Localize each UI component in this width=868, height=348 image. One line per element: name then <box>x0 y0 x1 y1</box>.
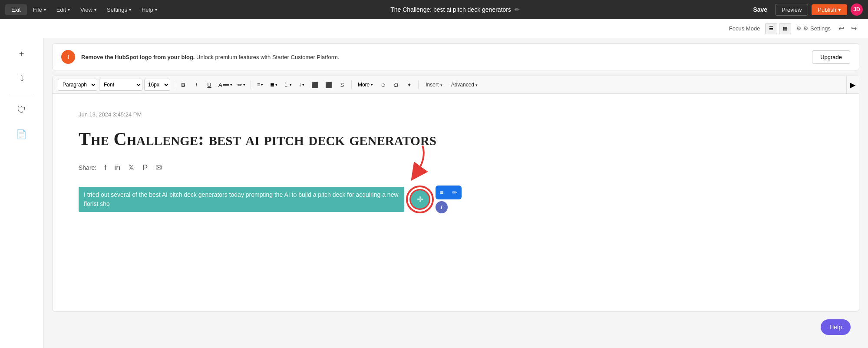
toggle-btn-2[interactable]: ▦ <box>779 23 791 34</box>
redo-button[interactable]: ↪ <box>848 23 859 33</box>
font-size-select[interactable]: 16px <box>144 79 170 91</box>
floating-info-button[interactable]: i <box>436 201 448 213</box>
secondary-bar: Focus Mode ☰ ▦ ⚙ ⚙ Settings ↩ ↪ <box>0 19 868 38</box>
preview-button[interactable]: Preview <box>775 4 808 16</box>
align-button[interactable]: ≡ ▾ <box>254 79 266 91</box>
align-right-button[interactable]: ⬛ <box>323 79 335 91</box>
info-icon: i <box>441 204 442 210</box>
align-left-button[interactable]: ⬛ <box>309 79 321 91</box>
highlight-button[interactable]: ✏ ▾ <box>236 79 247 91</box>
share-label: Share: <box>79 164 96 171</box>
toolbar-scroll-right[interactable]: ▶ <box>846 76 859 93</box>
numbered-list-caret: ▾ <box>290 83 292 87</box>
crosshair-icon: ✛ <box>417 195 423 204</box>
file-caret-icon: ▾ <box>44 7 46 12</box>
annotation-arrow-icon <box>396 141 431 185</box>
shield-button[interactable]: 🛡 <box>13 101 30 119</box>
toggle-btn-1[interactable]: ☰ <box>765 23 777 34</box>
floating-edit-icon-button[interactable]: ✏ <box>448 186 462 199</box>
banner-description: Unlock premium features with Starter Cus… <box>196 54 339 60</box>
strikethrough-button[interactable]: S <box>337 79 348 91</box>
view-caret-icon: ▾ <box>94 7 96 12</box>
save-button[interactable]: Save <box>749 4 772 15</box>
editor-content[interactable]: Jun 13, 2024 3:45:24 PM The Challenge: b… <box>53 94 859 311</box>
top-nav: Exit File ▾ Edit ▾ View ▾ Settings ▾ Hel… <box>0 0 868 19</box>
more-button[interactable]: More ▾ <box>355 79 376 91</box>
paragraph-select[interactable]: Paragraph <box>58 79 97 91</box>
floating-edit-group: ≡ ✏ <box>436 186 462 199</box>
numbered-list-button[interactable]: 1. ▾ <box>282 79 294 91</box>
list-caret: ▾ <box>275 83 277 87</box>
settings-button-secondary[interactable]: ⚙ ⚙ Settings <box>796 25 831 32</box>
undo-button[interactable]: ↩ <box>836 23 847 33</box>
facebook-share-icon[interactable]: f <box>104 163 106 172</box>
upgrade-banner: ! Remove the HubSpot logo from your blog… <box>52 43 859 70</box>
underline-button[interactable]: U <box>204 79 215 91</box>
special-char-button[interactable]: Ω <box>390 79 402 91</box>
file-menu[interactable]: File ▾ <box>29 4 50 16</box>
move-block-button[interactable]: ✛ <box>409 189 430 210</box>
sidebar-divider <box>9 94 34 94</box>
more-caret-icon: ▾ <box>371 83 373 87</box>
settings-caret-icon: ▾ <box>129 7 131 12</box>
undo-redo-group: ↩ ↪ <box>836 23 859 33</box>
analytics-button[interactable]: ⤵ <box>13 70 30 87</box>
format-toolbar: Paragraph Font 16px B I U A ▾ ✏ ▾ <box>53 76 859 94</box>
ai-button[interactable]: ✦ <box>403 79 415 91</box>
highlight-caret: ▾ <box>243 83 245 87</box>
selected-text-block[interactable]: I tried out several of the best AI pitch… <box>79 187 404 212</box>
gear-icon: ⚙ <box>796 25 802 32</box>
edit-menu[interactable]: Edit ▾ <box>52 4 74 16</box>
toolbar-separator-3 <box>351 80 352 89</box>
pencil-icon: ✏ <box>452 189 457 196</box>
edit-title-icon[interactable]: ✏ <box>515 6 520 13</box>
add-block-button[interactable]: + <box>13 45 30 63</box>
insert-caret-icon: ▾ <box>440 83 442 87</box>
exit-button[interactable]: Exit <box>5 4 27 15</box>
numbered-list-icon: 1. <box>284 82 289 88</box>
publish-caret-icon: ▾ <box>838 7 841 13</box>
twitter-share-icon[interactable]: 𝕏 <box>128 163 135 172</box>
publish-button[interactable]: Publish ▾ <box>812 4 847 15</box>
page-title: The Challenge: best ai pitch deck genera… <box>390 6 511 13</box>
list-button[interactable]: ≣ ▾ <box>267 79 280 91</box>
text-color-caret: ▾ <box>230 83 232 87</box>
main-area: ! Remove the HubSpot logo from your blog… <box>43 38 868 348</box>
line-height-icon: ↕ <box>299 82 301 88</box>
align-icon: ≡ <box>257 82 260 88</box>
upgrade-button[interactable]: Upgrade <box>812 50 850 64</box>
toggle-group: ☰ ▦ <box>765 23 791 34</box>
list-view-icon: ≡ <box>440 189 443 196</box>
toolbar-separator-1 <box>174 80 174 89</box>
insert-button[interactable]: Insert ▾ <box>422 79 446 91</box>
advanced-button[interactable]: Advanced ▾ <box>448 79 482 91</box>
nav-right: Save Preview Publish ▾ JD <box>749 3 863 16</box>
color-swatch <box>223 84 229 86</box>
bold-button[interactable]: B <box>178 79 189 91</box>
toolbar-separator-2 <box>251 80 251 89</box>
font-select[interactable]: Font <box>99 79 142 91</box>
italic-button[interactable]: I <box>191 79 202 91</box>
post-title[interactable]: The Challenge: best ai pitch deck genera… <box>79 128 833 150</box>
editor-container: Paragraph Font 16px B I U A ▾ ✏ ▾ <box>52 76 859 312</box>
page-button[interactable]: 📄 <box>13 126 30 143</box>
nav-title-area: The Challenge: best ai pitch deck genera… <box>163 6 747 13</box>
line-height-button[interactable]: ↕ ▾ <box>296 79 307 91</box>
highlight-icon: ✏ <box>238 82 242 88</box>
help-menu[interactable]: Help ▾ <box>137 4 162 16</box>
floating-list-icon-button[interactable]: ≡ <box>436 186 448 199</box>
emoji-button[interactable]: ☺ <box>377 79 389 91</box>
pinterest-share-icon[interactable]: P <box>142 163 148 172</box>
share-row: Share: f in 𝕏 P ✉ <box>79 163 833 172</box>
text-color-button[interactable]: A ▾ <box>217 79 234 91</box>
help-button[interactable]: Help <box>821 319 851 335</box>
email-share-icon[interactable]: ✉ <box>155 163 162 172</box>
list-icon: ≣ <box>270 82 274 88</box>
view-menu[interactable]: View ▾ <box>76 4 101 16</box>
focus-mode-label: Focus Mode <box>729 25 760 32</box>
post-date: Jun 13, 2024 3:45:24 PM <box>79 111 833 118</box>
line-height-caret: ▾ <box>302 83 304 87</box>
linkedin-share-icon[interactable]: in <box>114 163 120 172</box>
avatar[interactable]: JD <box>851 3 863 16</box>
settings-menu[interactable]: Settings ▾ <box>102 4 135 16</box>
